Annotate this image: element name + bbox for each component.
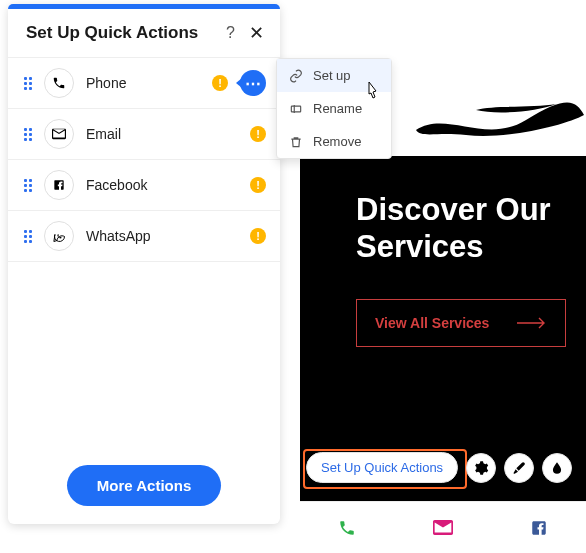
quick-actions-list: Phone ! ⋯ Email ! Facebook ! [8,58,280,262]
more-actions-button[interactable]: More Actions [67,465,221,506]
brush-stroke-decoration [406,90,586,150]
list-item-label: WhatsApp [86,228,238,244]
rename-icon [289,102,303,116]
paintbrush-icon[interactable] [504,453,534,483]
arrow-right-icon [517,317,547,329]
droplet-icon[interactable] [542,453,572,483]
list-item-label: Email [86,126,238,142]
warning-icon: ! [250,228,266,244]
ctx-item-label: Remove [313,134,361,149]
row-more-button[interactable]: ⋯ [240,70,266,96]
setup-quick-actions-pill[interactable]: Set Up Quick Actions [306,452,458,483]
drag-handle-icon[interactable] [24,230,32,243]
warning-icon: ! [212,75,228,91]
quick-actions-panel: Set Up Quick Actions ? ✕ Phone ! ⋯ Email… [8,4,280,524]
preview-hero: Discover Our Services View All Services … [300,156,586,501]
hero-heading-line1: Discover Our [356,192,551,227]
context-menu: Set up Rename Remove [276,58,392,159]
hero-heading-line2: Services [356,229,484,264]
cursor-icon [362,80,382,102]
email-icon [44,119,74,149]
hero-heading: Discover Our Services [356,192,586,265]
help-icon[interactable]: ? [226,24,235,42]
cta-label: View All Services [375,315,489,331]
warning-icon: ! [250,177,266,193]
drag-handle-icon[interactable] [24,179,32,192]
panel-header: Set Up Quick Actions ? ✕ [8,9,280,58]
drag-handle-icon[interactable] [24,77,32,90]
list-item-label: Facebook [86,177,238,193]
close-icon[interactable]: ✕ [249,24,264,42]
link-icon [289,69,303,83]
quick-actions-bar [300,501,586,553]
ctx-remove[interactable]: Remove [277,125,391,158]
drag-handle-icon[interactable] [24,128,32,141]
ctx-item-label: Rename [313,101,362,116]
list-item[interactable]: Facebook ! [8,160,280,211]
qa-facebook-icon[interactable] [530,519,548,537]
trash-icon [289,135,303,149]
editor-toolstrip: Set Up Quick Actions [306,452,572,483]
list-item[interactable]: Email ! [8,109,280,160]
svg-rect-0 [291,106,300,112]
view-services-button[interactable]: View All Services [356,299,566,347]
list-item[interactable]: WhatsApp ! [8,211,280,262]
gear-icon[interactable] [466,453,496,483]
whatsapp-icon [44,221,74,251]
list-item[interactable]: Phone ! ⋯ [8,58,280,109]
qa-email-icon[interactable] [433,520,453,535]
phone-icon [44,68,74,98]
ctx-item-label: Set up [313,68,351,83]
panel-header-actions: ? ✕ [226,24,264,42]
warning-icon: ! [250,126,266,142]
panel-footer: More Actions [8,447,280,524]
qa-phone-icon[interactable] [338,519,356,537]
facebook-icon [44,170,74,200]
panel-title: Set Up Quick Actions [26,23,226,43]
list-item-label: Phone [86,75,200,91]
